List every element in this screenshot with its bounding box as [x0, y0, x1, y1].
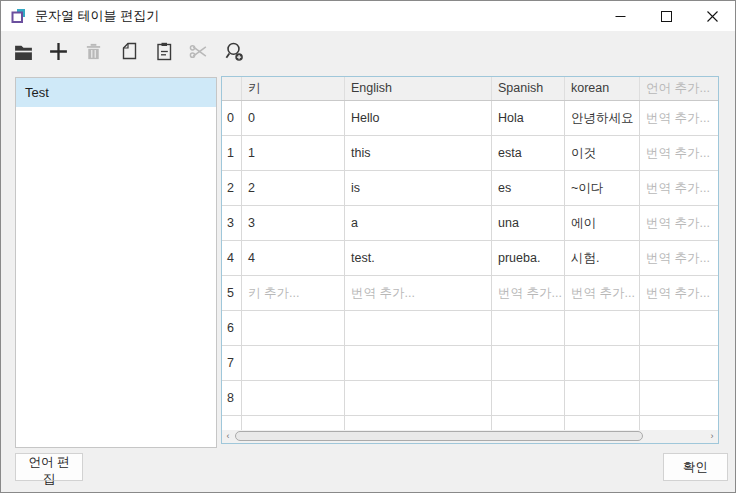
cell-add-translation[interactable] [640, 381, 718, 416]
row-header[interactable] [222, 416, 242, 430]
cell-add-translation[interactable]: 번역 추가... [640, 136, 718, 171]
cell-korean[interactable] [565, 346, 640, 381]
cell-korean[interactable] [565, 381, 640, 416]
cell-spanish[interactable]: es [492, 171, 565, 206]
cell-spanish[interactable] [492, 416, 565, 430]
paste-icon [154, 41, 174, 61]
cell-english[interactable]: this [345, 136, 492, 171]
column-header-english[interactable]: English [345, 77, 492, 100]
cell-english[interactable] [345, 346, 492, 381]
cell-add-key[interactable]: 키 추가... [242, 276, 345, 311]
column-header-spanish[interactable]: Spanish [492, 77, 565, 100]
search-add-button[interactable] [220, 37, 247, 65]
cell-english[interactable]: test. [345, 241, 492, 276]
maximize-button[interactable] [643, 1, 689, 31]
cell-key[interactable] [242, 416, 345, 430]
scroll-right-button[interactable]: › [706, 430, 718, 443]
list-item-test[interactable]: Test [16, 78, 216, 107]
cell-spanish[interactable]: una [492, 206, 565, 241]
row-header[interactable]: 4 [222, 241, 242, 276]
open-table-button[interactable] [10, 37, 37, 65]
cell-add-translation[interactable] [640, 311, 718, 346]
cell-english[interactable] [345, 416, 492, 430]
table-row: 0 0 Hello Hola 안녕하세요 번역 추가... [222, 101, 718, 136]
cell-korean[interactable]: 안녕하세요 [565, 101, 640, 136]
cell-english[interactable]: a [345, 206, 492, 241]
copy-button[interactable] [115, 37, 142, 65]
close-button[interactable] [689, 1, 735, 31]
cell-key[interactable]: 2 [242, 171, 345, 206]
table-row: 2 2 is es ~이다 번역 추가... [222, 171, 718, 206]
cell-add-translation[interactable]: 번역 추가... [640, 101, 718, 136]
trash-icon [84, 42, 103, 61]
app-logo-icon [10, 8, 26, 24]
cell-korean[interactable] [565, 311, 640, 346]
column-header-korean[interactable]: korean [565, 77, 640, 100]
horizontal-scrollbar[interactable]: ‹ › [222, 430, 718, 443]
delete-button[interactable] [80, 37, 107, 65]
cell-key[interactable]: 1 [242, 136, 345, 171]
cell-korean[interactable]: 에이 [565, 206, 640, 241]
row-header[interactable]: 2 [222, 171, 242, 206]
column-header-key[interactable]: 키 [242, 77, 345, 100]
cell-add-translation[interactable] [640, 346, 718, 381]
paste-button[interactable] [150, 37, 177, 65]
cell-add-translation[interactable]: 번역 추가... [640, 241, 718, 276]
add-table-button[interactable] [45, 37, 72, 65]
cell-korean[interactable]: 시험. [565, 241, 640, 276]
row-header[interactable]: 3 [222, 206, 242, 241]
scroll-left-button[interactable]: ‹ [222, 430, 234, 443]
table-row: 1 1 this esta 이것 번역 추가... [222, 136, 718, 171]
maximize-icon [661, 11, 672, 22]
row-header[interactable]: 5 [222, 276, 242, 311]
cell-korean[interactable]: 이것 [565, 136, 640, 171]
scissors-icon [188, 41, 209, 62]
close-icon [707, 11, 718, 22]
string-table-list[interactable]: Test [15, 77, 217, 448]
cell-add-translation[interactable]: 번역 추가... [345, 276, 492, 311]
cell-korean[interactable]: ~이다 [565, 171, 640, 206]
string-table: 키 English Spanish korean 언어 추가... 0 0 He… [221, 76, 719, 444]
cell-spanish[interactable]: esta [492, 136, 565, 171]
folder-open-icon [13, 41, 34, 62]
cell-english[interactable]: Hello [345, 101, 492, 136]
cell-key[interactable]: 4 [242, 241, 345, 276]
row-header[interactable]: 1 [222, 136, 242, 171]
row-header[interactable]: 7 [222, 346, 242, 381]
edit-language-button[interactable]: 언어 편집 [15, 453, 83, 481]
cell-key[interactable] [242, 311, 345, 346]
cell-add-translation[interactable]: 번역 추가... [640, 206, 718, 241]
cell-english[interactable] [345, 311, 492, 346]
cell-key[interactable]: 0 [242, 101, 345, 136]
cell-add-translation[interactable]: 번역 추가... [640, 171, 718, 206]
cell-spanish[interactable] [492, 311, 565, 346]
cell-key[interactable] [242, 346, 345, 381]
cell-add-translation[interactable]: 번역 추가... [492, 276, 565, 311]
row-header[interactable]: 8 [222, 381, 242, 416]
cell-key[interactable]: 3 [242, 206, 345, 241]
scrollbar-thumb[interactable] [235, 431, 643, 441]
cut-button[interactable] [185, 37, 212, 65]
row-header[interactable]: 0 [222, 101, 242, 136]
toolbar [10, 37, 247, 65]
minimize-button[interactable] [597, 1, 643, 31]
cell-spanish[interactable] [492, 381, 565, 416]
ok-button[interactable]: 확인 [663, 453, 728, 481]
cell-spanish[interactable]: Hola [492, 101, 565, 136]
cell-spanish[interactable] [492, 346, 565, 381]
cell-add-translation[interactable]: 번역 추가... [640, 276, 718, 311]
cell-english[interactable]: is [345, 171, 492, 206]
corner-header-cell[interactable] [222, 77, 242, 100]
cell-spanish[interactable]: prueba. [492, 241, 565, 276]
cell-english[interactable] [345, 381, 492, 416]
table-row-empty: 7 [222, 346, 718, 381]
cell-add-translation[interactable] [640, 416, 718, 430]
row-header[interactable]: 6 [222, 311, 242, 346]
table-row: 3 3 a una 에이 번역 추가... [222, 206, 718, 241]
titlebar: 문자열 테이블 편집기 [1, 1, 735, 31]
column-header-add-language[interactable]: 언어 추가... [640, 77, 718, 100]
table-row-empty: 6 [222, 311, 718, 346]
cell-korean[interactable] [565, 416, 640, 430]
cell-add-translation[interactable]: 번역 추가... [565, 276, 640, 311]
cell-key[interactable] [242, 381, 345, 416]
